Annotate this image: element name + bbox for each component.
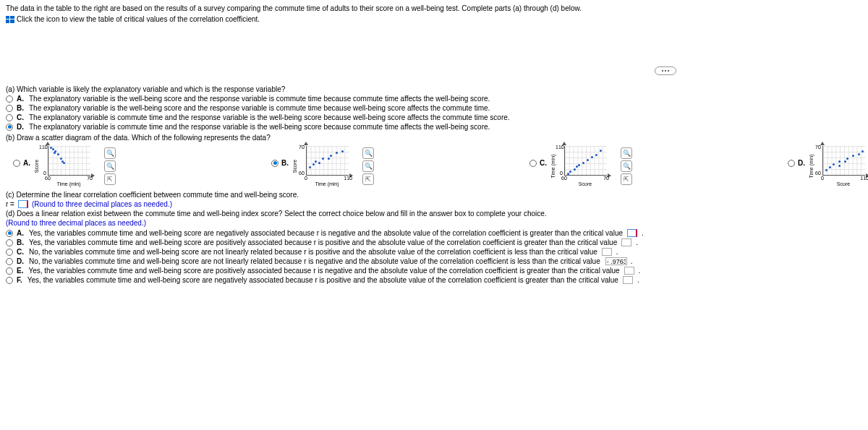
opt-d-A: Yes, the variables commute time and well… [29, 229, 623, 237]
scatter-label-A: A. [23, 159, 30, 167]
part-b-question: (b) Draw a scatter diagram of the data. … [6, 134, 862, 142]
r-input[interactable] [18, 200, 28, 208]
scatter-plot-D: Time (min) 70 60 0 [811, 146, 868, 186]
radio-d-C[interactable] [6, 249, 13, 256]
crit-input-B[interactable] [621, 238, 631, 246]
radio-b-C[interactable] [529, 160, 537, 167]
opt-d-C: No, the variables commute time and well-… [29, 248, 597, 256]
crit-input-C[interactable] [602, 248, 612, 256]
table-icon [6, 16, 14, 23]
scatter-row: A. Score 110 0 6 [13, 146, 862, 186]
opt-a-D: The explanatory variable is commute time… [29, 123, 490, 131]
radio-a-D[interactable] [6, 124, 13, 131]
part-c-question: (c) Determine the linear correlation coe… [6, 191, 862, 199]
crit-input-F[interactable] [623, 276, 633, 284]
radio-b-A[interactable] [13, 160, 20, 167]
r-equals: r = [6, 200, 14, 208]
scatter-plot-C: Time (min) 110 0 60 [553, 146, 618, 186]
radio-d-A[interactable] [6, 230, 13, 237]
radio-b-D[interactable] [788, 160, 795, 167]
zoom-in-icon[interactable]: 🔍 [104, 147, 116, 159]
part-d-question: (d) Does a linear relation exist between… [6, 210, 862, 218]
scatter-label-B: B. [281, 159, 289, 167]
crit-input-E[interactable] [624, 267, 634, 275]
zoom-out-icon[interactable]: 🔍 [104, 160, 116, 172]
critical-values-link-text: Click the icon to view the table of crit… [17, 15, 260, 23]
pop-out-icon[interactable]: ⇱ [621, 173, 632, 185]
opt-a-B: The explanatory variable is the well-bei… [29, 104, 490, 112]
scatter-plot-A: Score 110 0 60 70 Tim [36, 146, 101, 186]
radio-d-F[interactable] [6, 277, 13, 284]
radio-a-A[interactable] [6, 95, 13, 103]
opt-d-D: No, the variables commute time and well-… [29, 257, 600, 265]
opt-d-F: Yes, the variables commute time and well… [27, 276, 618, 284]
scatter-plot-B: Score 70 60 0 110 [294, 146, 359, 186]
more-icon[interactable] [655, 66, 676, 75]
radio-a-C[interactable] [6, 114, 13, 121]
pop-out-icon[interactable]: ⇱ [104, 173, 116, 185]
pop-out-icon[interactable]: ⇱ [362, 173, 374, 185]
radio-d-E[interactable] [6, 267, 13, 275]
crit-input-A[interactable] [627, 229, 637, 237]
critical-values-link[interactable]: Click the icon to view the table of crit… [6, 15, 260, 23]
radio-b-B[interactable] [271, 160, 278, 167]
scatter-label-C: C. [540, 159, 547, 167]
radio-d-B[interactable] [6, 239, 13, 246]
opt-a-A: The explanatory variable is the well-bei… [29, 95, 490, 103]
zoom-out-icon[interactable]: 🔍 [362, 160, 374, 172]
zoom-in-icon[interactable]: 🔍 [621, 147, 632, 159]
radio-d-D[interactable] [6, 258, 13, 265]
opt-a-C: The explanatory variable is commute time… [29, 113, 510, 121]
crit-input-D[interactable] [605, 257, 627, 265]
part-d-hint: (Round to three decimal places as needed… [6, 219, 862, 227]
opt-d-E: Yes, the variables commute time and well… [28, 267, 619, 275]
part-a-question: (a) Which variable is likely the explana… [6, 85, 862, 93]
zoom-in-icon[interactable]: 🔍 [362, 147, 374, 159]
radio-a-B[interactable] [6, 105, 13, 112]
part-c-hint: (Round to three decimal places as needed… [32, 200, 172, 208]
opt-d-B: Yes, the variables commute time and well… [29, 238, 617, 246]
scatter-label-D: D. [798, 159, 805, 167]
intro-text: The data in the table to the right are b… [6, 4, 862, 12]
zoom-out-icon[interactable]: 🔍 [621, 160, 632, 172]
